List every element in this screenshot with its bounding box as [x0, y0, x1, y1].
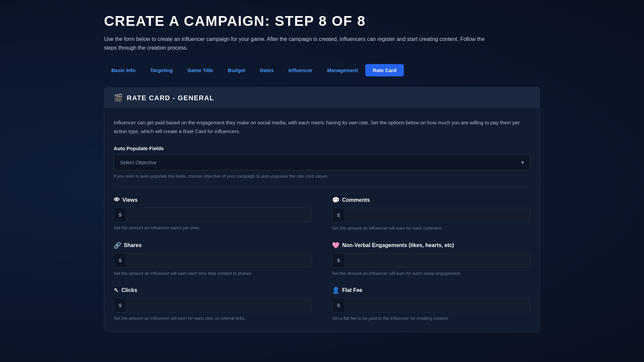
comments-hint: Set the amount an influencer will earn f…: [332, 225, 530, 232]
nav-targeting[interactable]: Targeting: [143, 64, 180, 76]
clicks-label: ↖ Clicks: [114, 287, 312, 294]
clicks-input-wrapper: $: [114, 298, 312, 312]
shares-input[interactable]: [126, 253, 312, 267]
views-input-wrapper: $: [114, 207, 312, 222]
non-verbal-prefix: $: [332, 253, 345, 267]
views-label: 👁 Views: [114, 196, 312, 203]
views-icon: 👁: [114, 196, 120, 203]
metric-flat-fee: 👤 Flat Fee $ Set a flat fee to be paid t…: [332, 287, 530, 322]
card-description: Influencer can get paid based on the eng…: [114, 118, 530, 135]
section-divider: [114, 187, 530, 187]
step-navigation: Basic Info Targeting Game Title Budget D…: [104, 64, 540, 76]
nav-rate-card[interactable]: Rate Card: [365, 64, 404, 76]
auto-populate-hint: If you wish to auto-populate the fields,…: [114, 174, 530, 179]
shares-icon: 🔗: [114, 242, 121, 249]
nav-game-title[interactable]: Game Title: [180, 64, 220, 76]
rate-card-icon: 🎬: [114, 94, 123, 102]
metric-non-verbal: 🩷 Non-Verbal Engagements (likes, hearts,…: [332, 242, 530, 277]
metric-clicks: ↖ Clicks $ Set the amount an influencer …: [114, 287, 312, 322]
card-body: Influencer can get paid based on the eng…: [104, 108, 540, 332]
card-header-title: RATE CARD - GENERAL: [127, 94, 214, 102]
shares-label: 🔗 Shares: [114, 242, 312, 249]
metrics-grid: 👁 Views $ Set the amount an influencer e…: [114, 196, 530, 322]
comments-input[interactable]: [345, 208, 530, 222]
non-verbal-label: 🩷 Non-Verbal Engagements (likes, hearts,…: [332, 242, 530, 249]
nav-budget[interactable]: Budget: [220, 64, 253, 76]
auto-populate-label: Auto Populate Fields: [114, 145, 530, 151]
flat-fee-label: 👤 Flat Fee: [332, 287, 530, 294]
clicks-hint: Set the amount an influencer will earn f…: [114, 315, 312, 322]
shares-prefix: $: [114, 253, 126, 267]
views-hint: Set the amount an influencer earns per v…: [114, 225, 312, 231]
flat-fee-input-wrapper: $: [332, 298, 530, 312]
metric-shares: 🔗 Shares $ Set the amount an influencer …: [114, 242, 312, 277]
nav-basic-info[interactable]: Basic Info: [104, 64, 143, 76]
nav-dates[interactable]: Dates: [253, 64, 281, 76]
shares-input-wrapper: $: [114, 253, 312, 267]
heart-icon: 🩷: [332, 242, 339, 249]
objective-select-wrapper: Select ObjectiveBrand AwarenessGame Inst…: [114, 155, 530, 170]
non-verbal-input[interactable]: [345, 253, 530, 267]
clicks-prefix: $: [114, 298, 126, 312]
metric-views: 👁 Views $ Set the amount an influencer e…: [114, 196, 312, 232]
flat-fee-icon: 👤: [332, 287, 339, 294]
non-verbal-input-wrapper: $: [332, 253, 530, 267]
nav-management[interactable]: Management: [320, 64, 366, 76]
nav-influencer[interactable]: Influencer: [281, 64, 320, 76]
clicks-icon: ↖: [114, 287, 119, 294]
comments-input-wrapper: $: [332, 208, 530, 222]
views-input[interactable]: [126, 208, 312, 222]
rate-card-panel: 🎬 RATE CARD - GENERAL Influencer can get…: [104, 87, 540, 332]
comments-icon: 💬: [332, 196, 339, 204]
card-header: 🎬 RATE CARD - GENERAL: [104, 87, 540, 108]
page-title: CREATE A CAMPAIGN: STEP 8 OF 8: [104, 13, 540, 29]
page-subtitle: Use the form below to create an influenc…: [104, 35, 486, 52]
metric-comments: 💬 Comments $ Set the amount an influence…: [332, 196, 530, 232]
flat-fee-prefix: $: [332, 298, 345, 312]
comments-label: 💬 Comments: [332, 196, 530, 204]
flat-fee-hint: Set a flat fee to be paid to the influen…: [332, 315, 530, 322]
clicks-input[interactable]: [126, 298, 312, 312]
shares-hint: Set the amount an influencer will earn e…: [114, 270, 312, 277]
non-verbal-hint: Set the amount an influencer will earn f…: [332, 270, 530, 277]
flat-fee-input[interactable]: [345, 298, 530, 312]
comments-prefix: $: [332, 208, 345, 222]
objective-select[interactable]: Select ObjectiveBrand AwarenessGame Inst…: [114, 155, 530, 170]
views-prefix: $: [114, 208, 126, 222]
